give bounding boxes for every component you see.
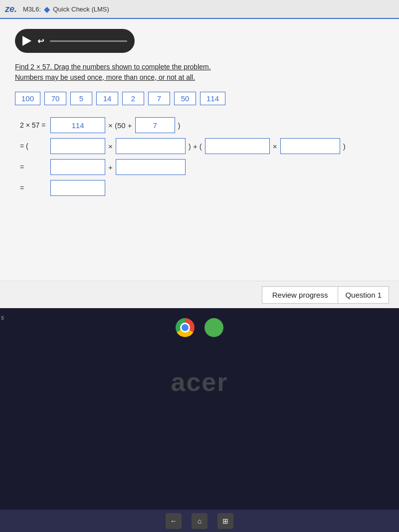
- browser-logo: ze.: [5, 4, 17, 14]
- rewind-icon[interactable]: ↩: [37, 36, 44, 46]
- tile-114[interactable]: 114: [200, 92, 225, 105]
- play-button[interactable]: [22, 36, 31, 46]
- chrome-icon[interactable]: [176, 318, 195, 337]
- main-content: ↩ Find 2 × 57. Drag the numbers shown to…: [0, 19, 399, 308]
- input-box-r2-3[interactable]: [205, 138, 270, 154]
- browser-chrome: ze. M3L6: ◆ Quick Check (LMS): [0, 0, 399, 19]
- instruction-text1: Find 2 × 57. Drag the numbers shown to c…: [15, 63, 211, 71]
- tile-14[interactable]: 14: [96, 92, 118, 105]
- plus-op-2: +: [108, 163, 113, 172]
- taskbar-apps-button[interactable]: ⊞: [217, 513, 233, 529]
- acer-logo: acer: [171, 367, 228, 397]
- taskbar-home-button[interactable]: ⌂: [192, 513, 207, 529]
- math-work-area: 2 × 57 = 114 × (50 + 7 ) = ( × ) + ( × )…: [20, 117, 384, 196]
- equation-label: 2 × 57 =: [20, 121, 47, 129]
- breadcrumb: M3L6: ◆ Quick Check (LMS): [23, 4, 109, 14]
- input-box-r3-1[interactable]: [50, 159, 105, 175]
- input-box-r2-1[interactable]: [50, 138, 105, 154]
- equals-2: = (: [20, 142, 47, 150]
- math-row-2: = ( × ) + ( × ): [20, 138, 384, 154]
- plus-op: ) + (: [189, 142, 202, 151]
- instruction-line2: Numbers may be used once, more than once…: [15, 72, 384, 83]
- progress-bar[interactable]: [50, 40, 127, 42]
- tile-70[interactable]: 70: [44, 92, 66, 105]
- bottom-action-bar: Review progress Question 1: [0, 281, 399, 308]
- green-app-icon[interactable]: [204, 318, 223, 337]
- side-label: s: [1, 314, 4, 321]
- input-box-r4-1[interactable]: [50, 180, 105, 196]
- equals-4: =: [20, 184, 47, 192]
- taskbar-back-button[interactable]: ←: [166, 513, 182, 529]
- x-op-2: ×: [108, 142, 113, 151]
- instruction-line1: Find 2 × 57. Drag the numbers shown to c…: [15, 62, 384, 72]
- breadcrumb-page: Quick Check (LMS): [53, 5, 109, 13]
- input-box-114[interactable]: 114: [50, 117, 105, 133]
- input-box-r2-4[interactable]: [280, 138, 340, 154]
- tile-100[interactable]: 100: [15, 92, 40, 105]
- close-paren-2: ): [343, 142, 346, 151]
- taskbar-icons: [176, 318, 223, 337]
- operator-x-50: × (50 +: [108, 121, 132, 130]
- breadcrumb-course: M3L6:: [23, 5, 41, 13]
- tile-2[interactable]: 2: [122, 92, 144, 105]
- tile-7[interactable]: 7: [148, 92, 170, 105]
- question-label: Question: [345, 291, 375, 299]
- equals-3: =: [20, 163, 47, 171]
- x-op-3: ×: [273, 142, 277, 151]
- input-box-r2-2[interactable]: [116, 138, 186, 154]
- math-row-3: = +: [20, 159, 384, 175]
- review-progress-button[interactable]: Review progress: [262, 286, 339, 304]
- input-box-7[interactable]: 7: [135, 117, 175, 133]
- question-button[interactable]: Question 1: [338, 286, 389, 304]
- tile-5[interactable]: 5: [70, 92, 92, 105]
- close-paren: ): [178, 121, 181, 130]
- instruction-text2: Numbers may be used once, more than once…: [15, 73, 195, 81]
- number-tiles-container: 100 70 5 14 2 7 50 114: [15, 92, 384, 105]
- math-row-1: 2 × 57 = 114 × (50 + 7 ): [20, 117, 384, 133]
- video-player[interactable]: ↩: [15, 29, 135, 53]
- question-number: 1: [378, 291, 382, 299]
- breadcrumb-separator: ◆: [44, 4, 50, 14]
- laptop-bottom: s acer: [0, 308, 399, 532]
- system-taskbar: ← ⌂ ⊞: [0, 510, 399, 532]
- tile-50[interactable]: 50: [174, 92, 196, 105]
- instructions: Find 2 × 57. Drag the numbers shown to c…: [15, 62, 384, 83]
- input-box-r3-2[interactable]: [116, 159, 186, 175]
- math-row-4: =: [20, 180, 384, 196]
